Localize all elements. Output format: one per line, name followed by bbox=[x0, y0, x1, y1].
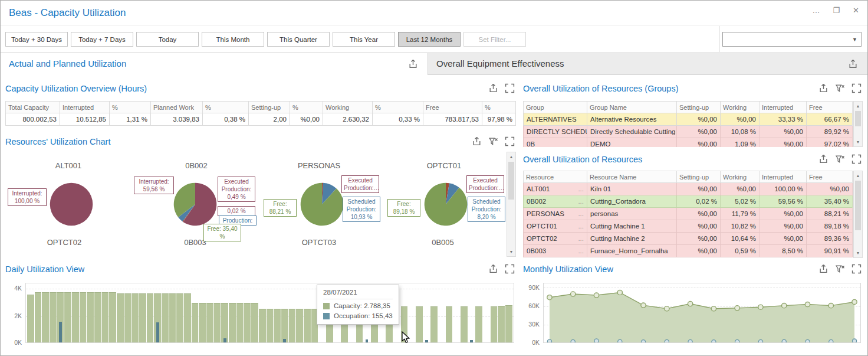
daily-bar[interactable] bbox=[416, 283, 423, 342]
daily-bar[interactable] bbox=[162, 283, 169, 342]
filter-button-this-quarter[interactable]: This Quarter bbox=[267, 32, 330, 47]
filter-icon[interactable] bbox=[488, 136, 498, 146]
daily-bar[interactable] bbox=[57, 283, 64, 342]
table-row[interactable]: OPTCT02... Cutting Machine 2 %0,00 10,64… bbox=[524, 233, 853, 245]
filter-icon[interactable] bbox=[835, 154, 845, 164]
table-row[interactable]: 0B DEMO %0,00 1,09 % %0,00 97,02 % bbox=[524, 138, 853, 148]
daily-bar[interactable] bbox=[154, 283, 161, 342]
expand-icon[interactable] bbox=[505, 83, 515, 93]
daily-bar[interactable] bbox=[505, 283, 512, 342]
export-icon[interactable] bbox=[488, 83, 498, 93]
scrollbar-thumb[interactable] bbox=[508, 162, 514, 200]
tab-actual-planned-utilization[interactable]: Actual and Planned Utilization bbox=[1, 53, 428, 75]
daily-bar[interactable] bbox=[72, 283, 79, 342]
monthly-plot-area[interactable] bbox=[543, 283, 861, 343]
resource-drilldown-link[interactable]: ... bbox=[574, 210, 584, 217]
daily-bar[interactable] bbox=[42, 283, 49, 342]
daily-bar[interactable] bbox=[27, 283, 34, 342]
daily-bar[interactable] bbox=[251, 283, 258, 342]
export-icon[interactable] bbox=[818, 264, 828, 274]
daily-bar[interactable] bbox=[147, 283, 154, 342]
scrollbar-thumb[interactable] bbox=[855, 111, 861, 126]
daily-bar[interactable] bbox=[109, 283, 116, 342]
daily-bar[interactable] bbox=[468, 283, 475, 342]
filter-button-last-12-months[interactable]: Last 12 Months bbox=[398, 32, 461, 47]
table-row[interactable]: OPTCT01... Cutting Machine 1 %0,00 10,82… bbox=[524, 220, 853, 233]
export-icon[interactable] bbox=[848, 59, 858, 69]
export-icon[interactable] bbox=[818, 154, 828, 164]
pie-chart-alt001[interactable] bbox=[50, 182, 93, 226]
daily-bar[interactable] bbox=[491, 283, 498, 342]
expand-icon[interactable] bbox=[505, 264, 515, 274]
daily-bar[interactable] bbox=[461, 283, 468, 342]
filter-button-this-year[interactable]: This Year bbox=[333, 32, 395, 47]
daily-bar[interactable] bbox=[176, 283, 183, 342]
daily-bar[interactable] bbox=[289, 283, 296, 342]
daily-bar[interactable] bbox=[221, 283, 228, 342]
expand-icon[interactable] bbox=[851, 83, 862, 93]
table-row[interactable]: 800.002,53 10.512,85 1,31 % 3.039,83 0,3… bbox=[6, 113, 516, 126]
daily-bar[interactable] bbox=[423, 283, 430, 342]
daily-bar[interactable] bbox=[438, 283, 445, 342]
groups-table-scrollbar[interactable]: ▲ ▼ bbox=[853, 101, 863, 147]
daily-bar[interactable] bbox=[229, 283, 236, 342]
table-row[interactable]: DIRECTLY SCHEDU... Directly Schedulable … bbox=[524, 126, 853, 138]
daily-bar[interactable] bbox=[453, 283, 460, 342]
daily-bar[interactable] bbox=[184, 283, 191, 342]
filter-button-this-month[interactable]: This Month bbox=[202, 32, 264, 47]
daily-bar[interactable] bbox=[50, 283, 57, 342]
pie-chart-personas[interactable] bbox=[300, 182, 344, 226]
daily-bar[interactable] bbox=[206, 283, 213, 342]
scroll-down-icon[interactable]: ▼ bbox=[854, 249, 862, 257]
daily-bar[interactable] bbox=[35, 283, 42, 342]
tab-overall-equipment-effectiveness[interactable]: Overall Equipment Effectiveness bbox=[428, 53, 867, 75]
filter-button-today-7[interactable]: Today + 7 Days bbox=[71, 32, 133, 47]
expand-icon[interactable] bbox=[851, 154, 862, 164]
daily-bar[interactable] bbox=[199, 283, 206, 342]
daily-bar[interactable] bbox=[446, 283, 453, 342]
expand-icon[interactable] bbox=[851, 264, 862, 274]
scroll-down-icon[interactable]: ▼ bbox=[507, 247, 515, 256]
daily-bar[interactable] bbox=[139, 283, 146, 342]
resource-drilldown-link[interactable]: ... bbox=[574, 235, 584, 242]
filter-button-set-filter[interactable]: Set Filter... bbox=[463, 32, 526, 47]
table-row-selected[interactable]: 0B002... Cutting_Cortadora 0,02 % 5,02 %… bbox=[524, 195, 853, 208]
daily-bar[interactable] bbox=[483, 283, 490, 342]
scroll-up-icon[interactable]: ▲ bbox=[854, 171, 862, 180]
daily-bar[interactable] bbox=[430, 283, 438, 342]
daily-bar[interactable] bbox=[267, 283, 274, 342]
resource-drilldown-link[interactable]: ... bbox=[574, 247, 584, 254]
window-close-button[interactable]: ✕ bbox=[853, 6, 859, 15]
export-icon[interactable] bbox=[818, 83, 828, 93]
daily-bar[interactable] bbox=[64, 283, 71, 342]
filter-button-today[interactable]: Today bbox=[136, 32, 199, 47]
daily-bar[interactable] bbox=[498, 283, 505, 342]
daily-bar[interactable] bbox=[131, 283, 139, 342]
scroll-up-icon[interactable]: ▲ bbox=[507, 152, 515, 161]
daily-bar[interactable] bbox=[169, 283, 176, 342]
daily-bar[interactable] bbox=[244, 283, 251, 342]
daily-bar[interactable] bbox=[124, 283, 131, 342]
filter-icon[interactable] bbox=[835, 264, 845, 274]
pie-chart-0b002[interactable] bbox=[173, 182, 217, 226]
export-icon[interactable] bbox=[488, 264, 498, 274]
scroll-down-icon[interactable]: ▼ bbox=[854, 138, 862, 146]
resource-drilldown-link[interactable]: ... bbox=[574, 198, 584, 205]
scrollbar-thumb[interactable] bbox=[855, 181, 861, 230]
daily-bar[interactable] bbox=[281, 283, 288, 342]
daily-bar[interactable] bbox=[296, 283, 303, 342]
filter-combobox[interactable]: ▼ bbox=[722, 32, 862, 47]
table-row[interactable]: ALT001... Kiln 01 %0,00 %0,00 100,00 % %… bbox=[524, 183, 853, 195]
filter-button-today-30[interactable]: Today + 30 Days bbox=[5, 32, 68, 47]
daily-bar[interactable] bbox=[117, 283, 124, 342]
daily-bar[interactable] bbox=[87, 283, 94, 342]
daily-bar[interactable] bbox=[259, 283, 266, 342]
resources-table-scrollbar[interactable]: ▲ ▼ bbox=[853, 171, 863, 258]
daily-bar[interactable] bbox=[236, 283, 244, 342]
pie-area-scrollbar[interactable]: ▲ ▼ bbox=[507, 152, 516, 257]
daily-bar[interactable] bbox=[274, 283, 281, 342]
daily-bar[interactable] bbox=[94, 283, 101, 342]
daily-bar[interactable] bbox=[80, 283, 87, 342]
window-maximize-button[interactable]: ❐ bbox=[833, 6, 840, 15]
expand-icon[interactable] bbox=[505, 136, 515, 146]
